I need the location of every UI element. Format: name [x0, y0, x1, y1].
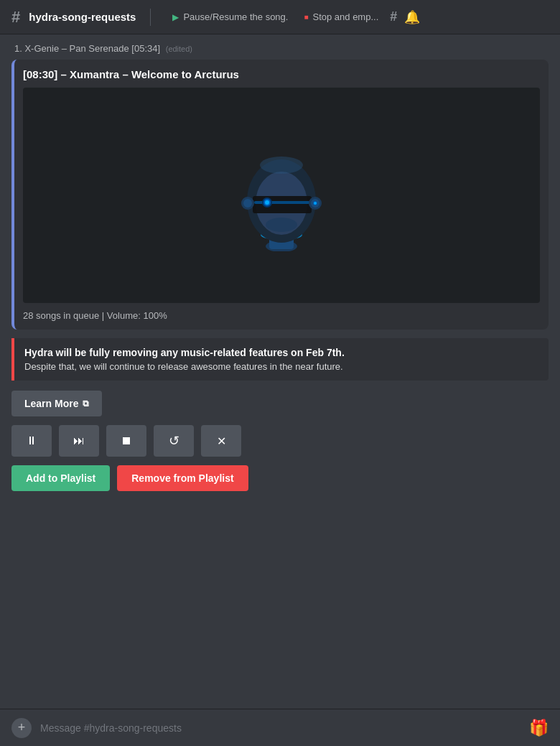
stop-label: Stop and emp... — [312, 11, 378, 22]
replay-button[interactable]: ↺ — [154, 425, 194, 457]
bottom-message-bar: + 🎁 — [0, 709, 560, 746]
song-card: [08:30] – Xumantra – Welcome to Arcturus — [11, 60, 549, 330]
svg-point-14 — [243, 199, 252, 208]
song-meta: 28 songs in queue | Volume: 100% — [23, 310, 540, 321]
prev-song-text: 1. X-Genie – Pan Serenade [05:34] — [14, 43, 160, 54]
learn-more-button[interactable]: Learn More ⧉ — [11, 391, 102, 416]
play-icon: ▶ — [172, 12, 179, 22]
stop-icon: ■ — [304, 13, 308, 21]
learn-more-label: Learn More — [24, 398, 78, 409]
stop-playback-icon: ⏹ — [121, 434, 132, 447]
add-attachment-button[interactable]: + — [11, 718, 32, 738]
controls-area: Learn More ⧉ ⏸ ⏭ ⏹ ↺ ✕ Add to Playlis — [11, 391, 549, 491]
shuffle-icon: ✕ — [217, 434, 226, 448]
announcement-body-text: Despite that, we will continue to releas… — [24, 361, 538, 372]
remove-from-playlist-button[interactable]: Remove from Playlist — [117, 465, 248, 491]
pause-playback-button[interactable]: ⏸ — [11, 425, 52, 457]
bell-icon[interactable]: 🔔 — [404, 9, 420, 25]
prev-song-item: 1. X-Genie – Pan Serenade [05:34] (edite… — [11, 43, 549, 54]
playback-buttons-row: ⏸ ⏭ ⏹ ↺ ✕ — [11, 425, 549, 457]
announcement-banner: Hydra will be fully removing any music-r… — [11, 338, 549, 381]
announcement-bold-text: Hydra will be fully removing any music-r… — [24, 347, 538, 358]
song-title: [08:30] – Xumantra – Welcome to Arcturus — [23, 68, 540, 80]
pause-playback-icon: ⏸ — [26, 434, 37, 447]
svg-point-15 — [260, 157, 303, 174]
stop-button[interactable]: ■ Stop and emp... — [299, 9, 383, 25]
shuffle-button[interactable]: ✕ — [201, 425, 241, 457]
top-bar: # hydra-song-requests ▶ Pause/Resume the… — [0, 0, 560, 34]
skip-icon: ⏭ — [73, 434, 85, 447]
hash-small-icon: # — [390, 9, 397, 24]
song-thumbnail — [23, 88, 540, 303]
top-bar-actions: ▶ Pause/Resume the song. ■ Stop and emp.… — [168, 9, 420, 25]
robot-head-image — [235, 140, 328, 251]
svg-point-16 — [266, 218, 297, 232]
plus-icon: + — [18, 720, 26, 735]
gift-icon[interactable]: 🎁 — [529, 719, 549, 737]
top-bar-divider — [150, 9, 151, 26]
replay-icon: ↺ — [169, 433, 179, 449]
add-to-playlist-button[interactable]: Add to Playlist — [11, 465, 110, 491]
remove-from-playlist-label: Remove from Playlist — [131, 472, 233, 484]
playlist-buttons-row: Add to Playlist Remove from Playlist — [11, 465, 549, 491]
external-link-icon: ⧉ — [83, 398, 89, 409]
svg-point-17 — [314, 202, 317, 205]
message-input[interactable] — [40, 722, 521, 734]
pause-resume-label: Pause/Resume the song. — [183, 11, 288, 22]
pause-resume-button[interactable]: ▶ Pause/Resume the song. — [168, 9, 292, 25]
content-area: 1. X-Genie – Pan Serenade [05:34] (edite… — [0, 34, 560, 709]
channel-hash-icon: # — [11, 8, 20, 27]
stop-playback-button[interactable]: ⏹ — [106, 425, 146, 457]
edited-label: (edited) — [166, 45, 192, 53]
add-to-playlist-label: Add to Playlist — [26, 472, 95, 484]
svg-point-9 — [265, 200, 269, 205]
skip-button[interactable]: ⏭ — [59, 425, 99, 457]
channel-name: hydra-song-requests — [29, 11, 136, 23]
svg-rect-5 — [253, 196, 312, 213]
